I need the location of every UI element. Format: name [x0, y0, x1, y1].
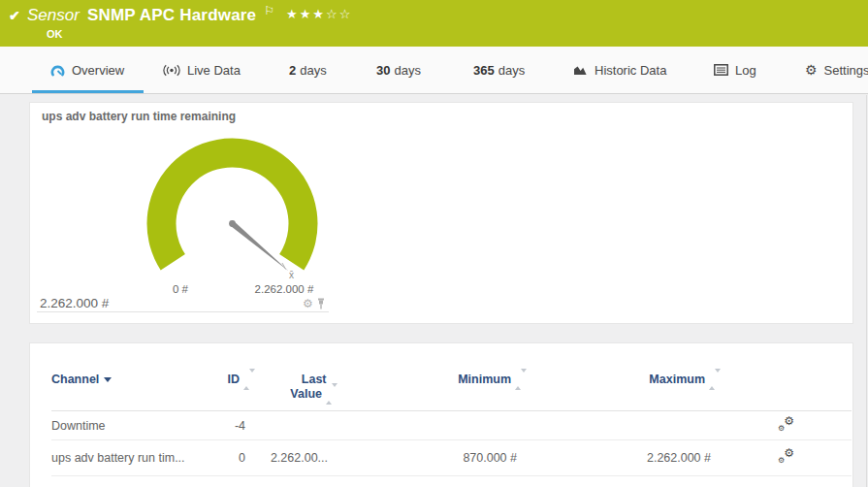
sort-arrows-icon	[515, 373, 527, 387]
historic-data-icon	[573, 64, 588, 76]
gauge-needle-hub	[229, 220, 236, 227]
tab-overview[interactable]: Overview	[50, 47, 124, 93]
column-header-id[interactable]: ID	[216, 343, 255, 411]
channel-table: Channel ID Last Value Minimum	[51, 343, 852, 476]
edit-channel-gears-icon[interactable]: ⚙ ⚙	[778, 417, 794, 432]
channel-minimum	[338, 411, 527, 440]
gauge-settings-gear-icon[interactable]: ⚙	[303, 298, 313, 309]
tab-label: Live Data	[187, 63, 241, 78]
tab-label: Historic Data	[595, 63, 666, 78]
channel-last-value: 2.262.00...	[255, 440, 338, 476]
status-badge: OK	[47, 28, 63, 40]
priority-stars[interactable]: ★★★☆☆	[286, 7, 352, 21]
live-data-icon	[163, 64, 180, 77]
channel-id: 0	[216, 440, 255, 476]
overview-gauge-panel: ups adv battery run time remaining x̄ 0 …	[29, 102, 853, 324]
channel-maximum: 2.262.000 #	[527, 440, 721, 476]
column-label: Value	[290, 387, 322, 401]
gauge-pin-icon[interactable]	[317, 298, 325, 309]
column-label: Channel	[51, 373, 99, 386]
sensor-header: ✔ Sensor SNMP APC Hardware ⚐ ★★★☆☆ OK	[0, 0, 868, 47]
table-row-downtime[interactable]: Downtime -4 ⚙ ⚙	[51, 411, 852, 440]
gauge-needle	[231, 221, 289, 271]
sort-arrows-icon	[709, 373, 721, 387]
column-header-minimum[interactable]: Minimum	[338, 343, 527, 411]
tab-live-data[interactable]: Live Data	[163, 47, 241, 93]
tab-settings[interactable]: ⚙ Settings	[805, 47, 868, 93]
page-title: SNMP APC Hardware	[87, 6, 256, 25]
tab-label: days	[394, 63, 420, 78]
column-label: Last	[302, 373, 327, 386]
priority-flag-icon[interactable]: ⚐	[264, 4, 274, 17]
active-tab-indicator	[32, 90, 144, 93]
sort-arrows-icon	[326, 387, 338, 402]
content-right-border	[866, 95, 867, 487]
stars-empty[interactable]: ☆☆	[326, 7, 352, 21]
channel-name: Downtime	[51, 411, 216, 440]
tab-number: 30	[376, 63, 390, 78]
gauge-arc	[146, 138, 317, 270]
tab-bar: Overview Live Data 2 days 30 days 365 da…	[0, 47, 868, 94]
stars-filled[interactable]: ★★★	[286, 7, 326, 21]
tab-log[interactable]: Log	[714, 47, 756, 93]
log-icon	[714, 64, 728, 76]
tab-historic-data[interactable]: Historic Data	[573, 47, 666, 93]
tab-30-days[interactable]: 30 days	[376, 47, 421, 93]
mean-marker-label: x̄	[289, 270, 294, 280]
channel-last-value	[255, 411, 338, 440]
column-header-edit	[721, 343, 852, 411]
column-header-channel[interactable]: Channel	[51, 343, 216, 411]
table-header-row: Channel ID Last Value Minimum	[51, 343, 852, 411]
channel-name: ups adv battery run tim...	[51, 440, 216, 476]
gauge-footer-divider	[37, 311, 329, 312]
channel-maximum	[527, 411, 721, 440]
channel-id: -4	[216, 411, 255, 440]
sort-active-icon	[104, 377, 112, 382]
gauge-icon	[50, 64, 65, 77]
channel-table-panel: Channel ID Last Value Minimum	[29, 342, 853, 487]
column-label: ID	[228, 373, 241, 386]
content-area: ups adv battery run time remaining x̄ 0 …	[0, 95, 868, 487]
status-ok-check-icon: ✔	[9, 8, 20, 23]
battery-runtime-gauge: x̄	[30, 103, 854, 325]
tab-label: days	[300, 63, 326, 78]
column-header-maximum[interactable]: Maximum	[527, 343, 721, 411]
tab-label: Settings	[824, 63, 868, 78]
tab-label: Overview	[72, 63, 124, 78]
gauge-max-label: 2.262.000 #	[236, 283, 333, 295]
tab-2-days[interactable]: 2 days	[289, 47, 327, 93]
column-header-last-value[interactable]: Last Value	[255, 343, 338, 411]
object-type-label: Sensor	[27, 6, 80, 25]
gauge-current-value: 2.262.000 #	[40, 296, 109, 310]
tab-label: days	[498, 63, 525, 78]
column-label: Maximum	[649, 373, 705, 386]
column-label: Minimum	[458, 373, 511, 386]
edit-channel-gears-icon[interactable]: ⚙ ⚙	[778, 449, 794, 464]
tab-number: 365	[473, 63, 495, 78]
sort-arrows-icon	[243, 373, 255, 387]
gauge-min-label: 0 #	[156, 283, 205, 295]
tab-365-days[interactable]: 365 days	[473, 47, 525, 93]
tab-number: 2	[289, 63, 296, 78]
table-row-battery-runtime[interactable]: ups adv battery run tim... 0 2.262.00...…	[51, 440, 852, 476]
channel-minimum: 870.000 #	[338, 440, 527, 476]
gear-icon: ⚙	[805, 63, 818, 77]
tab-label: Log	[735, 63, 756, 78]
